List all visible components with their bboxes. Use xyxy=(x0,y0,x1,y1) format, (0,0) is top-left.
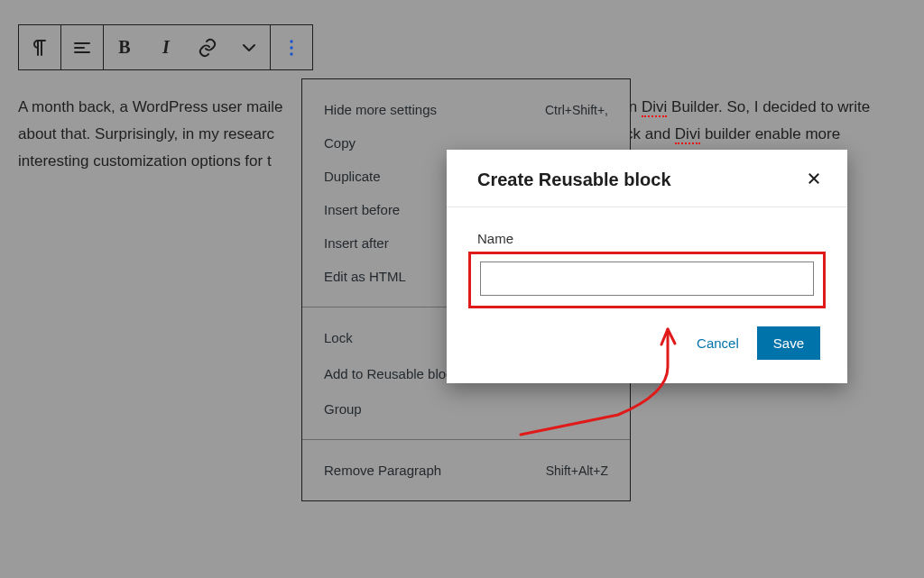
create-reusable-block-modal: Create Reusable block Name Cancel Save xyxy=(447,150,847,383)
spell-underline: Divi xyxy=(642,98,667,117)
svg-point-1 xyxy=(290,46,292,49)
para-text: A month back, a WordPress user maile xyxy=(18,98,283,115)
menu-shortcut: Shift+Alt+Z xyxy=(546,463,608,478)
menu-group[interactable]: Group xyxy=(302,392,630,426)
menu-label: Lock xyxy=(324,330,353,345)
menu-label: Add to Reusable blocks xyxy=(324,366,467,381)
menu-label: Edit as HTML xyxy=(324,269,406,284)
modal-title: Create Reusable block xyxy=(477,170,671,190)
more-options-button[interactable] xyxy=(271,25,312,69)
menu-label: Copy xyxy=(324,135,356,151)
block-toolbar: B I xyxy=(18,24,313,70)
italic-button[interactable]: I xyxy=(145,25,187,69)
menu-remove-paragraph[interactable]: Remove Paragraph Shift+Alt+Z xyxy=(302,454,630,487)
link-icon xyxy=(197,37,218,59)
link-button[interactable] xyxy=(187,25,228,69)
svg-point-2 xyxy=(290,52,292,55)
bold-button[interactable]: B xyxy=(104,25,145,69)
pilcrow-icon xyxy=(29,37,51,59)
align-icon xyxy=(71,37,93,59)
kebab-icon xyxy=(281,37,302,59)
menu-label: Duplicate xyxy=(324,169,381,184)
close-icon xyxy=(806,170,822,187)
name-input[interactable] xyxy=(480,261,814,296)
save-button[interactable]: Save xyxy=(757,326,820,360)
menu-hide-more-settings[interactable]: Hide more settings Ctrl+Shift+, xyxy=(302,93,630,126)
modal-close-button[interactable] xyxy=(806,170,822,189)
chevron-down-icon xyxy=(238,37,260,59)
menu-label: Group xyxy=(324,401,362,417)
paragraph-type-button[interactable] xyxy=(19,25,60,69)
more-formatting-button[interactable] xyxy=(228,25,270,69)
menu-label: Insert before xyxy=(324,202,400,217)
spell-underline: Divi xyxy=(675,125,700,144)
svg-point-0 xyxy=(290,40,292,42)
align-button[interactable] xyxy=(61,25,103,69)
menu-label: Insert after xyxy=(324,235,389,251)
menu-label: Remove Paragraph xyxy=(324,463,441,478)
name-input-highlight xyxy=(468,252,826,308)
cancel-button[interactable]: Cancel xyxy=(697,335,739,351)
menu-label: Hide more settings xyxy=(324,102,437,117)
menu-shortcut: Ctrl+Shift+, xyxy=(545,103,608,117)
name-label: Name xyxy=(477,231,817,246)
